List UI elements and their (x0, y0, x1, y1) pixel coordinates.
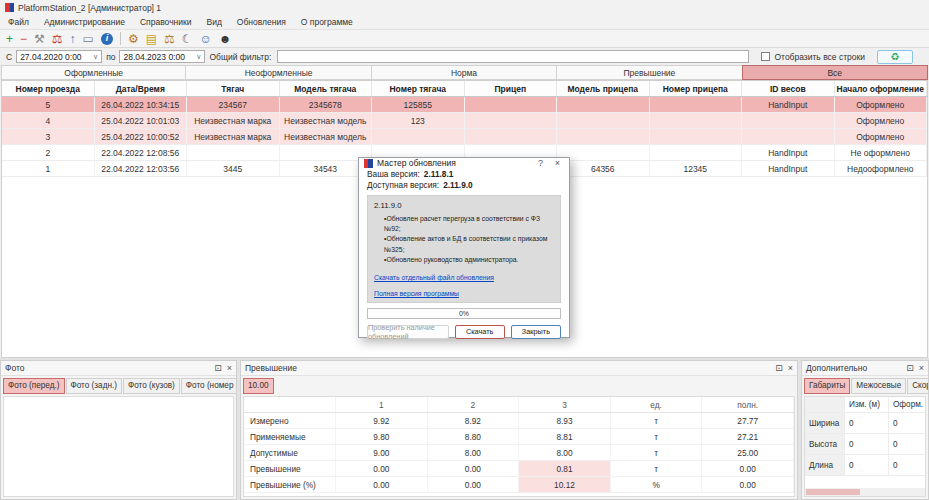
table-cell[interactable] (465, 129, 558, 144)
horizontal-scrollbar[interactable] (805, 488, 925, 496)
user-icon[interactable]: ☺ (200, 33, 212, 45)
table-cell[interactable]: Оформлено (835, 129, 928, 144)
table-row[interactable]: 526.04.2022 10:34:152345672345678125855H… (2, 97, 927, 113)
window-icon[interactable]: ▭ (83, 33, 94, 45)
close-button[interactable]: Закрыть (511, 325, 561, 339)
table-cell[interactable]: 125855 (372, 97, 465, 112)
full-version-link[interactable]: Полная версия программы (374, 290, 459, 297)
photo-tab[interactable]: Фото (кузов) (123, 378, 180, 394)
table-cell[interactable]: 1 (2, 161, 95, 176)
view-tab-Все[interactable]: Все (742, 65, 928, 80)
column-header[interactable]: Номер прицепа (650, 81, 743, 96)
moon-icon[interactable]: ☾ (182, 33, 193, 45)
photo-tab[interactable]: Фото (задн.) (66, 378, 122, 394)
table-cell[interactable]: 3 (2, 129, 95, 144)
table-cell[interactable] (465, 97, 558, 112)
table-cell[interactable]: 234567 (187, 97, 280, 112)
scrollbar-thumb[interactable] (806, 489, 860, 495)
column-header[interactable]: ID весов (742, 81, 835, 96)
table-cell[interactable]: Неизвестная марка (187, 113, 280, 128)
download-update-file-link[interactable]: Скачать отдельный файл обновления (374, 274, 494, 281)
table-cell[interactable] (742, 113, 835, 128)
info-icon[interactable]: i (101, 33, 113, 45)
table-cell[interactable]: Оформлено (835, 97, 928, 112)
table-cell[interactable]: HandInput (742, 145, 835, 160)
table-cell[interactable]: 22.04.2022 12:08:56 (95, 145, 188, 160)
extra-tab-Межосевые[interactable]: Межосевые (851, 378, 906, 394)
table-cell[interactable]: HandInput (742, 97, 835, 112)
tools-icon[interactable]: ⚒ (34, 33, 45, 45)
column-header[interactable]: Номер тягача (372, 81, 465, 96)
photo-tab[interactable]: Фото (перед.) (3, 378, 65, 394)
close-icon[interactable]: × (919, 364, 924, 373)
view-tab-Оформленные[interactable]: Оформленные (1, 65, 186, 80)
table-cell[interactable]: HandInput (742, 161, 835, 176)
view-tab-Норма[interactable]: Норма (371, 65, 557, 80)
column-header[interactable]: Начало оформление (835, 81, 928, 96)
table-cell[interactable]: Не оформлено (835, 145, 928, 160)
table-row[interactable]: 425.04.2022 10:01:03Неизвестная маркаНеи… (2, 113, 927, 129)
close-icon[interactable]: × (551, 158, 564, 168)
photo-tab[interactable]: Фото (номер пе (181, 378, 236, 394)
table-cell[interactable]: 2 (2, 145, 95, 160)
cargo-icon[interactable]: ▤ (146, 33, 157, 45)
table-cell[interactable] (650, 97, 743, 112)
show-all-checkbox[interactable] (761, 52, 770, 61)
pin-icon[interactable]: ⊡ (775, 364, 783, 373)
table-cell[interactable]: 25.04.2022 10:01:03 (95, 113, 188, 128)
table-cell[interactable]: 2345678 (280, 97, 373, 112)
table-cell[interactable]: 12345 (650, 161, 743, 176)
refresh-button[interactable]: ♻ (877, 50, 913, 64)
menu-item-Обновления[interactable]: Обновления (237, 17, 286, 27)
table-cell[interactable] (650, 129, 743, 144)
table-cell[interactable] (557, 113, 650, 128)
table-cell[interactable] (557, 97, 650, 112)
extra-tab-Скорость[interactable]: Скорость (907, 378, 928, 394)
table-cell[interactable]: Недооформлено (835, 161, 928, 176)
table-cell[interactable]: Неизвестная модель (280, 129, 373, 144)
date-to-combobox[interactable]: 28.04.2023 0:00 ∨ (119, 50, 205, 63)
excess-tab-10[interactable]: 10.00 (243, 378, 274, 394)
table-cell[interactable] (742, 129, 835, 144)
table-cell[interactable] (187, 145, 280, 160)
view-tab-Превышение[interactable]: Превышение (556, 65, 742, 80)
remove-icon[interactable]: − (20, 33, 27, 45)
menu-item-О программе[interactable]: О программе (301, 17, 353, 27)
date-from-combobox[interactable]: 27.04.2020 0:00 ∨ (16, 50, 102, 63)
table-cell[interactable]: 4 (2, 113, 95, 128)
column-header[interactable]: Модель тягача (280, 81, 373, 96)
scale-icon[interactable]: ⚖ (52, 33, 63, 45)
menu-item-Вид[interactable]: Вид (206, 17, 221, 27)
column-header[interactable]: Прицеп (465, 81, 558, 96)
menu-item-Справочники[interactable]: Справочники (140, 17, 192, 27)
table-cell[interactable] (557, 145, 650, 160)
add-icon[interactable]: + (6, 33, 13, 45)
table-cell[interactable]: 26.04.2022 10:34:15 (95, 97, 188, 112)
help-button[interactable]: ? (534, 158, 547, 168)
table-cell[interactable]: 3445 (187, 161, 280, 176)
table-cell[interactable]: 123 (372, 113, 465, 128)
pin-icon[interactable]: ⊡ (906, 364, 914, 373)
column-header[interactable]: Номер проезда (2, 81, 95, 96)
close-icon[interactable]: × (227, 364, 232, 373)
users-icon[interactable]: ☻ (219, 33, 232, 45)
extra-tab-Габариты[interactable]: Габариты (804, 378, 850, 394)
table-cell[interactable]: 5 (2, 97, 95, 112)
table-cell[interactable]: 64356 (557, 161, 650, 176)
download-button[interactable]: Скачать (455, 325, 505, 339)
pin-icon[interactable]: ⊡ (214, 364, 222, 373)
table-cell[interactable]: Неизвестная марка (187, 129, 280, 144)
table-row[interactable]: 325.04.2022 10:00:52Неизвестная маркаНеи… (2, 129, 927, 145)
close-icon[interactable]: × (788, 364, 793, 373)
table-cell[interactable]: 22.04.2022 12:03:56 (95, 161, 188, 176)
column-header[interactable]: Модель прицепа (557, 81, 650, 96)
column-header[interactable]: Тягач (187, 81, 280, 96)
vehicle-icon[interactable]: ⚙ (128, 33, 139, 45)
menu-item-Файл[interactable]: Файл (8, 17, 29, 27)
truck-icon[interactable]: ⚖ (164, 33, 175, 45)
table-cell[interactable] (372, 129, 465, 144)
table-cell[interactable] (650, 145, 743, 160)
table-cell[interactable] (650, 113, 743, 128)
table-cell[interactable]: Оформлено (835, 113, 928, 128)
global-filter-input[interactable] (277, 50, 749, 63)
